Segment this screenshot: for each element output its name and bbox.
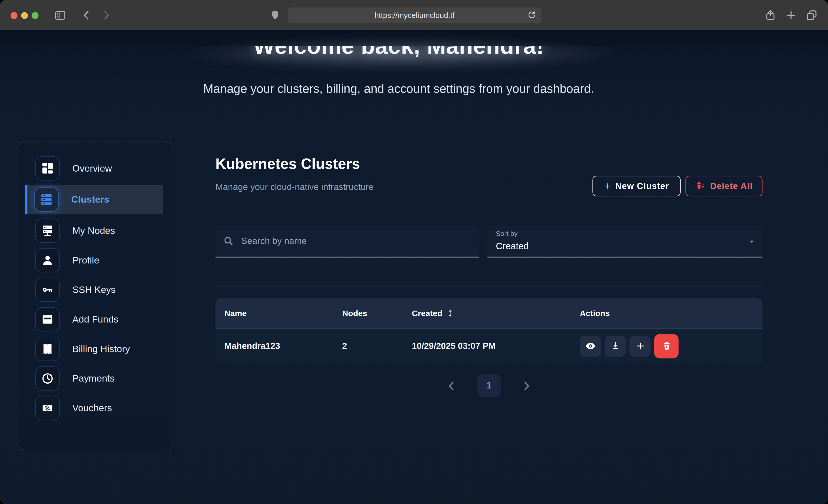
trash-icon	[661, 340, 672, 351]
screen: https://myceliumcloud.tf Welcome back, M…	[0, 0, 828, 504]
expand-window-button[interactable]	[32, 12, 39, 19]
download-kubeconfig-button[interactable]	[605, 335, 626, 356]
sort-select[interactable]: Sort by Created	[487, 225, 762, 257]
column-header-name: Name	[215, 308, 342, 318]
sort-updown-icon	[446, 309, 455, 318]
delete-sweep-icon	[695, 181, 706, 192]
reload-icon[interactable]	[527, 10, 537, 21]
section-divider	[215, 286, 763, 287]
page-number[interactable]: 1	[477, 374, 500, 397]
cluster-nodes-cell: 2	[342, 341, 412, 351]
column-header-created[interactable]: Created	[412, 308, 580, 318]
delete-cluster-button[interactable]	[654, 334, 678, 358]
sort-label: Sort by	[496, 230, 754, 238]
person-icon	[35, 248, 60, 272]
tab-overview-icon[interactable]	[805, 9, 819, 22]
browser-toolbar: https://myceliumcloud.tf	[0, 0, 828, 31]
chevron-left-icon	[445, 379, 458, 393]
page-subtitle: Manage your cloud-native infrastructure	[215, 182, 374, 193]
plus-icon: +	[604, 180, 610, 192]
nodes-icon	[35, 218, 60, 243]
clock-icon	[35, 366, 60, 391]
view-cluster-button[interactable]	[580, 335, 601, 356]
sidebar-item-vouchers[interactable]: Vouchers	[27, 395, 163, 421]
browser-window: https://myceliumcloud.tf Welcome back, M…	[0, 0, 828, 504]
sidebar-toggle-icon[interactable]	[53, 9, 67, 22]
previous-page-button[interactable]	[445, 379, 458, 393]
clusters-table: Name Nodes Created Actions Mahendra123 2…	[215, 298, 763, 363]
close-window-button[interactable]	[10, 12, 17, 19]
sidebar-item-add-funds[interactable]: Add Funds	[27, 306, 163, 333]
delete-all-button[interactable]: Delete All	[686, 176, 762, 197]
cluster-actions-cell	[580, 334, 762, 358]
minimize-window-button[interactable]	[21, 12, 28, 19]
table-header-row: Name Nodes Created Actions	[215, 298, 763, 328]
sidebar-item-billing-history[interactable]: Billing History	[27, 336, 163, 362]
ticket-percent-icon	[35, 396, 60, 420]
plus-icon	[634, 340, 646, 351]
sidebar-item-profile[interactable]: Profile	[27, 247, 163, 274]
sidebar-item-clusters[interactable]: Clusters	[25, 185, 163, 214]
sort-value: Created	[496, 241, 754, 252]
next-page-button[interactable]	[520, 379, 533, 393]
wallet-icon	[35, 307, 60, 332]
pagination: 1	[215, 374, 763, 397]
column-header-actions: Actions	[580, 308, 762, 318]
search-icon	[223, 236, 234, 247]
search-input[interactable]	[240, 235, 471, 247]
cluster-name-cell: Mahendra123	[215, 341, 342, 351]
new-cluster-label: New Cluster	[615, 181, 669, 191]
welcome-subtitle: Manage your clusters, billing, and accou…	[0, 82, 797, 96]
share-icon[interactable]	[764, 9, 778, 22]
dashboard-icon	[35, 156, 60, 180]
sidebar-item-payments[interactable]: Payments	[27, 365, 163, 392]
hero-top-strip	[0, 30, 828, 46]
column-header-nodes: Nodes	[342, 308, 412, 318]
chevron-right-icon	[520, 379, 533, 393]
forward-icon[interactable]	[99, 9, 113, 22]
search-field[interactable]	[215, 225, 479, 257]
new-tab-icon[interactable]	[784, 9, 798, 22]
privacy-shield-icon[interactable]	[268, 9, 282, 22]
table-row: Mahendra123 2 10/29/2025 03:07 PM	[215, 328, 763, 363]
sidebar-item-overview[interactable]: Overview	[27, 155, 163, 182]
address-bar[interactable]: https://myceliumcloud.tf	[288, 7, 541, 23]
page-content: Welcome back, Mahendra! Manage your clus…	[0, 30, 828, 504]
add-node-button[interactable]	[629, 335, 651, 356]
eye-icon	[585, 340, 596, 351]
download-icon	[610, 340, 621, 351]
dashboard-sidebar: Overview Clusters My Nodes Profile	[17, 141, 173, 451]
new-cluster-button[interactable]: + New Cluster	[592, 176, 681, 197]
page-title: Kubernetes Clusters	[215, 156, 360, 173]
sidebar-item-ssh-keys[interactable]: SSH Keys	[27, 277, 163, 303]
url-text: https://myceliumcloud.tf	[375, 11, 455, 19]
sidebar-item-my-nodes[interactable]: My Nodes	[27, 217, 163, 244]
key-icon	[35, 278, 60, 302]
receipt-icon	[35, 337, 60, 361]
server-stack-icon	[34, 187, 58, 212]
back-icon[interactable]	[80, 9, 93, 22]
cluster-created-cell: 10/29/2025 03:07 PM	[412, 341, 580, 351]
chevron-down-icon	[747, 237, 756, 246]
delete-all-label: Delete All	[710, 181, 753, 191]
